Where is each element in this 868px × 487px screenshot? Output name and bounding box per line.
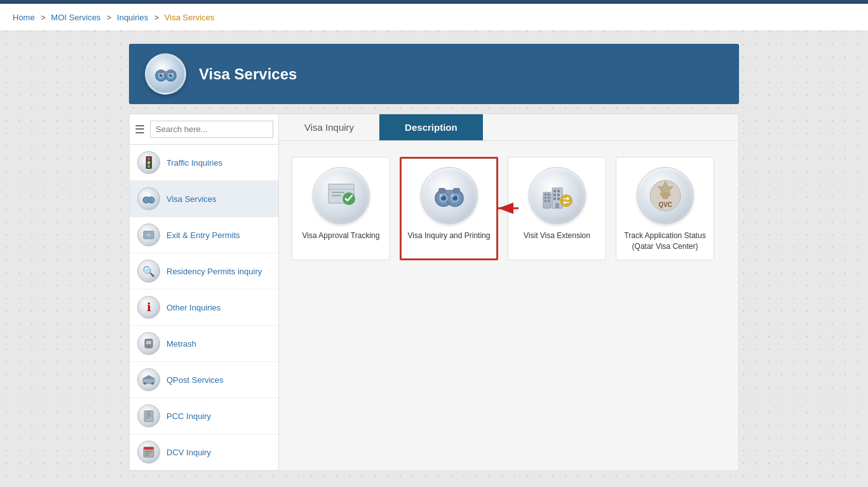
- sidebar-label-dcv: DCV Inquiry: [166, 448, 211, 457]
- svg-rect-7: [158, 69, 163, 73]
- other-icon-circle: ℹ: [137, 296, 160, 319]
- svg-point-16: [151, 199, 152, 201]
- visa-icon-circle: [137, 187, 160, 210]
- binoculars-icon: [154, 62, 178, 86]
- svg-point-24: [148, 345, 150, 347]
- tab-visa-inquiry[interactable]: Visa Inquiry: [279, 114, 379, 140]
- card-icon-visit-visa: [529, 167, 586, 224]
- svg-rect-73: [555, 203, 559, 208]
- pcc-icon-circle: [137, 404, 160, 427]
- svg-rect-54: [453, 188, 460, 193]
- svg-point-76: [661, 192, 669, 199]
- card-label-track-app: Track Application Status (Qatar Visa Cen…: [623, 230, 707, 252]
- other-icon: ℹ: [147, 300, 151, 314]
- sidebar-item-other[interactable]: ℹ Other Inquiries: [130, 290, 278, 326]
- svg-rect-17: [147, 197, 150, 199]
- breadcrumb-current: Visa Services: [165, 13, 215, 22]
- svg-rect-68: [557, 190, 560, 192]
- tabs-bar: Visa Inquiry Description: [279, 114, 738, 141]
- svg-rect-42: [332, 195, 341, 196]
- page-title: Visa Services: [199, 65, 297, 83]
- svg-rect-23: [146, 341, 151, 344]
- sidebar-item-residency[interactable]: 🔍 Residency Permits inquiry: [130, 253, 278, 290]
- breadcrumb-home[interactable]: Home: [13, 13, 35, 22]
- svg-rect-53: [438, 188, 445, 193]
- svg-rect-64: [545, 200, 546, 202]
- card-label-visit-visa: Visit Visa Extension: [524, 230, 590, 241]
- content-area: ☰ 🚦 Traffic Inquiries: [129, 114, 739, 471]
- card-visit-visa-extension[interactable]: Visit Visa Extension: [508, 157, 606, 260]
- search-input[interactable]: [150, 121, 273, 138]
- dcv-icon-circle: [137, 441, 160, 464]
- page-header: Visa Services: [129, 44, 739, 104]
- sidebar-label-pcc: PCC Inquiry: [166, 411, 211, 421]
- svg-rect-60: [545, 194, 546, 196]
- traffic-icon: 🚦: [142, 156, 156, 170]
- breadcrumb: Home > MOI Services > Inquiries > Visa S…: [0, 4, 868, 31]
- sidebar-label-qpost: QPost Services: [166, 375, 224, 385]
- sidebar-label-visa: Visa Services: [166, 194, 217, 204]
- svg-rect-36: [145, 451, 153, 452]
- qpost-icon: [142, 373, 156, 387]
- qpost-icon-circle: [137, 368, 160, 391]
- svg-rect-62: [545, 197, 546, 199]
- svg-rect-33: [147, 411, 151, 413]
- svg-point-55: [439, 194, 442, 197]
- binoculars-card-icon: [430, 177, 468, 215]
- breadcrumb-inquiries[interactable]: Inquiries: [117, 13, 148, 22]
- sidebar-item-metrash[interactable]: Metrash: [130, 326, 278, 362]
- card-icon-visa-approval: [313, 167, 370, 224]
- card-track-application[interactable]: QVC Track Application Status (Qatar Visa…: [616, 157, 714, 260]
- card-icon-visa-inquiry: [421, 167, 478, 224]
- metrash-icon: [142, 337, 156, 350]
- sidebar-item-qpost[interactable]: QPost Services: [130, 362, 278, 398]
- sidebar-search-bar: ☰: [130, 114, 278, 145]
- breadcrumb-sep-2: >: [107, 13, 114, 22]
- sidebar: ☰ 🚦 Traffic Inquiries: [130, 114, 279, 470]
- svg-text:QVC: QVC: [658, 201, 672, 208]
- residency-icon-circle: 🔍: [137, 260, 160, 283]
- visa-binoculars-icon: [142, 192, 156, 206]
- svg-rect-52: [445, 190, 453, 194]
- card-visa-approval[interactable]: Visa Approval Tracking: [292, 157, 390, 260]
- breadcrumb-sep-3: >: [154, 13, 161, 22]
- svg-rect-72: [557, 197, 560, 200]
- breadcrumb-sep-1: >: [41, 13, 48, 22]
- svg-rect-38: [145, 455, 149, 456]
- sidebar-item-exit[interactable]: Exit & Entry Permits: [130, 217, 278, 253]
- main-wrapper: Visa Services ☰ 🚦 Traffic Inquiries: [123, 44, 745, 471]
- sidebar-item-pcc[interactable]: PCC Inquiry: [130, 398, 278, 434]
- sidebar-item-dcv[interactable]: DCV Inquiry: [130, 434, 278, 470]
- svg-point-15: [146, 199, 147, 201]
- sidebar-label-exit: Exit & Entry Permits: [166, 230, 240, 240]
- svg-point-26: [144, 382, 146, 385]
- card-label-visa-approval: Visa Approval Tracking: [302, 230, 380, 241]
- service-cards-area: Visa Approval Tracking: [279, 141, 738, 276]
- metrash-icon-circle: [137, 332, 160, 355]
- svg-rect-35: [144, 447, 154, 450]
- card-icon-track-app: QVC: [637, 167, 694, 224]
- pcc-icon: [142, 409, 156, 423]
- svg-point-74: [560, 194, 573, 207]
- hamburger-icon[interactable]: ☰: [135, 123, 145, 137]
- card-visa-inquiry-printing[interactable]: Visa Inquiry and Printing: [400, 157, 498, 260]
- breadcrumb-moi[interactable]: MOI Services: [51, 13, 100, 22]
- svg-rect-67: [553, 190, 556, 192]
- svg-point-10: [171, 73, 173, 75]
- svg-point-56: [451, 194, 454, 197]
- sidebar-label-metrash: Metrash: [166, 339, 196, 349]
- sidebar-item-visa[interactable]: Visa Services: [130, 181, 278, 217]
- tab-description[interactable]: Description: [379, 114, 483, 140]
- svg-rect-61: [548, 194, 550, 196]
- visit-visa-icon: [538, 177, 576, 215]
- svg-rect-65: [548, 200, 550, 202]
- sidebar-item-traffic[interactable]: 🚦 Traffic Inquiries: [130, 145, 278, 181]
- svg-rect-63: [548, 197, 550, 199]
- traffic-icon-circle: 🚦: [137, 151, 160, 174]
- red-arrow-indicator: [497, 202, 520, 215]
- residency-icon: 🔍: [142, 265, 155, 277]
- qvc-icon: QVC: [646, 177, 684, 215]
- svg-point-27: [151, 382, 154, 385]
- svg-rect-41: [332, 192, 344, 193]
- main-panel: Visa Inquiry Description: [279, 114, 738, 470]
